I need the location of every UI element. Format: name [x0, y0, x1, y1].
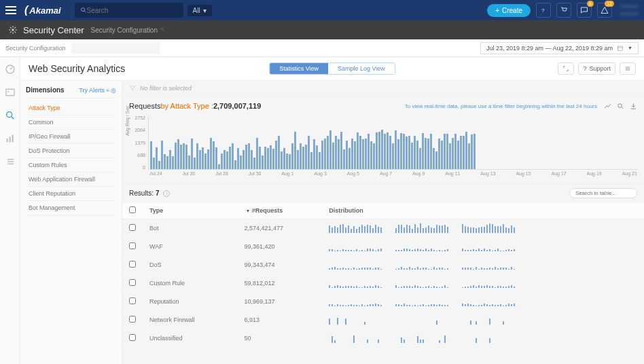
create-button[interactable]: +Create: [487, 4, 531, 17]
help-icon[interactable]: ?: [536, 3, 551, 18]
chart-bar: [175, 143, 177, 169]
sparkline: [395, 223, 448, 233]
user-menu[interactable]: ——————: [620, 3, 639, 18]
chart-bar: [300, 143, 302, 169]
menu-icon[interactable]: [5, 5, 16, 16]
breadcrumb[interactable]: Security Configuration: [5, 45, 66, 52]
chart-bar: [408, 136, 410, 169]
filter-bar: No filter is selected: [122, 81, 644, 96]
expand-button[interactable]: [558, 62, 574, 75]
cell-distribution: [322, 219, 644, 238]
chart-bar: [229, 147, 231, 169]
list-icon[interactable]: [5, 156, 16, 167]
chart-bar: [237, 148, 239, 169]
sparkline: [462, 242, 515, 251]
sparkline: [329, 242, 382, 251]
row-checkbox[interactable]: [129, 334, 136, 341]
sparkline: [395, 297, 448, 306]
zoom-icon[interactable]: [617, 103, 624, 110]
support-button[interactable]: ?Support: [578, 62, 615, 75]
global-search[interactable]: [75, 3, 183, 18]
row-checkbox[interactable]: [129, 279, 136, 286]
alerts-badge: 12: [605, 1, 614, 7]
chart-bar: [188, 156, 190, 169]
chart-bar: [316, 145, 318, 169]
results-label: Results:: [129, 189, 154, 197]
chart-bar: [218, 164, 220, 169]
sparkline: [329, 297, 382, 306]
dimension-item[interactable]: DoS Protection: [26, 144, 116, 158]
dimension-item[interactable]: IP/Geo Firewall: [26, 130, 116, 144]
line-chart-icon[interactable]: [604, 103, 611, 110]
messages-icon[interactable]: 8: [577, 3, 592, 18]
chart-bar: [446, 134, 448, 169]
filter-text: No filter is selected: [140, 85, 192, 92]
chart-bar: [454, 134, 457, 169]
chart-bar: [262, 156, 264, 169]
table-search-input[interactable]: [569, 188, 637, 198]
row-checkbox[interactable]: [129, 297, 136, 304]
chart-bar: [400, 133, 402, 169]
chart-bar: [430, 134, 432, 169]
select-all-checkbox[interactable]: [129, 206, 136, 213]
chart-bar: [335, 136, 337, 169]
chart-bar: [376, 132, 378, 169]
dimension-item[interactable]: Web Application Firewall: [26, 172, 116, 187]
dimension-item[interactable]: Common: [26, 115, 116, 130]
brand-logo[interactable]: Akamai: [24, 4, 61, 16]
col-distribution[interactable]: Distribution: [322, 202, 644, 219]
date-range-picker[interactable]: Jul 23, 2019 8:29 am — Aug 22, 2019 8:29…: [480, 42, 639, 54]
more-menu-button[interactable]: [620, 62, 636, 75]
chart-bar: [471, 134, 473, 169]
sparkline: [395, 333, 448, 343]
image-icon[interactable]: [5, 87, 16, 98]
cell-requests: 6,913: [237, 311, 322, 329]
row-checkbox[interactable]: [129, 261, 136, 268]
chart-bar: [411, 143, 413, 169]
svg-rect-8: [6, 89, 14, 95]
dimension-item[interactable]: Attack Type: [26, 101, 116, 115]
config-link[interactable]: Security Configuration: [91, 26, 166, 34]
search-input[interactable]: [87, 7, 155, 14]
search-nav-icon[interactable]: [5, 110, 16, 121]
chart-bar: [324, 139, 326, 169]
download-icon[interactable]: [630, 103, 637, 110]
chart-bar: [196, 143, 198, 169]
cell-requests: 59,812,012: [237, 274, 322, 293]
chart-bar: [291, 143, 293, 169]
bars-icon[interactable]: [5, 133, 16, 144]
cell-type: DoS: [143, 256, 237, 274]
svg-point-3: [12, 29, 14, 31]
sparkline: [462, 315, 515, 325]
col-requests[interactable]: ▼ #Requests: [237, 202, 322, 219]
tab-sample-log-view[interactable]: Sample Log View: [328, 63, 395, 74]
external-link-icon: [160, 27, 166, 33]
filter-icon[interactable]: [129, 85, 136, 92]
dimension-item[interactable]: Custom Rules: [26, 158, 116, 172]
chart-bar: [286, 153, 288, 169]
col-type[interactable]: Type: [143, 202, 237, 219]
chart-bar: [232, 143, 234, 169]
svg-point-21: [618, 103, 622, 107]
chart-bar: [223, 150, 226, 169]
chart-bar: [357, 132, 359, 169]
row-checkbox[interactable]: [129, 224, 136, 231]
chart-bar: [359, 136, 361, 169]
table-row: WAF99,361,420: [122, 238, 644, 256]
tab-statistics-view[interactable]: Statistics View: [270, 63, 328, 74]
sparkline: [462, 223, 515, 233]
row-checkbox[interactable]: [129, 316, 136, 323]
search-filter-dropdown[interactable]: All▾: [187, 5, 212, 16]
cell-distribution: [322, 238, 644, 256]
chart-bar: [210, 138, 212, 170]
gauge-icon[interactable]: [5, 64, 16, 75]
dimension-item[interactable]: Client Reputation: [26, 187, 116, 201]
cart-icon[interactable]: [556, 3, 571, 18]
info-icon[interactable]: i: [163, 190, 170, 197]
dimension-item[interactable]: Bot Management: [26, 201, 116, 215]
row-checkbox[interactable]: [129, 242, 136, 249]
top-nav: Akamai All▾ +Create ? 8 12 ——————: [0, 0, 644, 20]
alerts-icon[interactable]: 12: [597, 3, 612, 18]
try-alerts-link[interactable]: Try Alerts » ◎: [79, 87, 116, 94]
chart-bar: [435, 151, 437, 169]
